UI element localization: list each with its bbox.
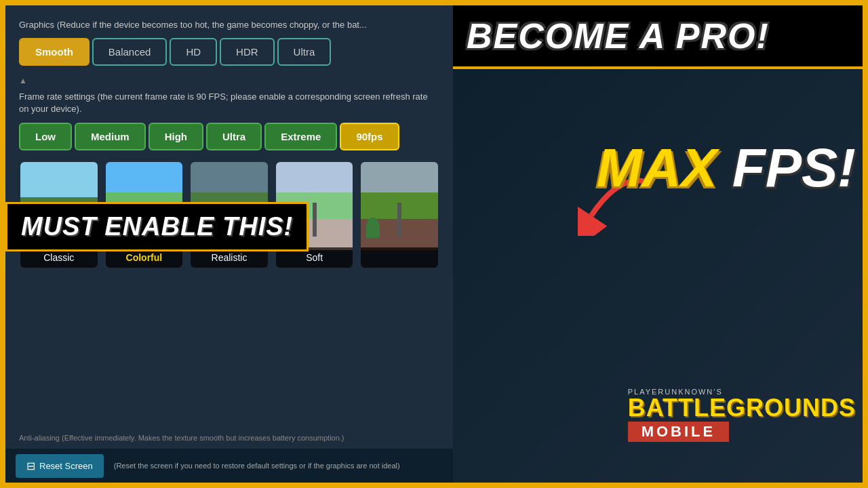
anti-alias-label: Anti-aliasing (Effective immediately. Ma… [19, 434, 446, 442]
graphics-label: Graphics (Reduce if the device becomes t… [19, 19, 439, 31]
settings-panel: Graphics (Reduce if the device becomes t… [5, 5, 453, 483]
max-text: MAX [597, 138, 717, 198]
tower-icon-s [313, 203, 317, 237]
inner-container: Graphics (Reduce if the device becomes t… [5, 5, 863, 483]
graphics-hdr-btn[interactable]: HDR [220, 38, 275, 66]
style-fifth-image [361, 162, 438, 250]
reset-button-label: Reset Screen [39, 461, 93, 471]
graphics-ultra-btn[interactable]: Ultra [277, 38, 332, 66]
right-panel: BECOME A PRO! MAX FPS! [453, 5, 863, 483]
become-pro-text: BECOME A PRO! [467, 16, 770, 56]
fps-extreme-btn[interactable]: Extreme [264, 123, 337, 150]
fps-high-btn[interactable]: High [149, 123, 203, 150]
graphics-section: Graphics (Reduce if the device becomes t… [19, 19, 439, 66]
reset-screen-button[interactable]: ⊟ Reset Screen [16, 454, 104, 478]
fps-ultra-btn[interactable]: Ultra [206, 123, 262, 150]
style-fifth-card[interactable] [359, 161, 439, 269]
fps-90-btn[interactable]: 90fps [340, 123, 399, 150]
tree-icon-f [366, 218, 380, 238]
graphics-balanced-btn[interactable]: Balanced [92, 38, 167, 66]
tower-icon-f [397, 203, 401, 237]
fps-button-row: Low Medium High Ultra Extreme 90fps [19, 123, 439, 150]
pubg-mobile-tag: MOBILE [628, 422, 730, 442]
graphics-smooth-btn[interactable]: Smooth [19, 38, 90, 66]
fps-low-btn[interactable]: Low [19, 123, 72, 150]
reset-note: (Reset the screen if you need to restore… [114, 462, 400, 470]
max-fps-section: MAX FPS! [597, 141, 856, 195]
must-enable-text: MUST ENABLE THIS! [21, 212, 293, 241]
pubg-logo: PLAYERUNKNOWN'S BATTLEGROUNDS MOBILE [628, 388, 856, 442]
graphics-hd-btn[interactable]: HD [170, 38, 217, 66]
fps-text: FPS! [732, 138, 856, 198]
graphics-button-row: Smooth Balanced HD HDR Ultra [19, 38, 439, 66]
must-enable-overlay: MUST ENABLE THIS! [5, 202, 309, 251]
reset-icon: ⊟ [26, 460, 35, 472]
pubg-battlegrounds-text: BATTLEGROUNDS [628, 396, 856, 420]
divider-arrow: ▲ [19, 76, 439, 85]
bottom-bar: ⊟ Reset Screen (Reset the screen if you … [5, 449, 453, 483]
become-pro-banner: BECOME A PRO! [453, 5, 863, 69]
outer-border: Graphics (Reduce if the device becomes t… [0, 0, 868, 488]
max-fps-display: MAX FPS! [597, 141, 856, 195]
fps-medium-btn[interactable]: Medium [75, 123, 146, 150]
fps-section: Frame rate settings (the current frame r… [19, 91, 439, 150]
fps-label: Frame rate settings (the current frame r… [19, 91, 439, 115]
style-fifth-label [361, 247, 438, 268]
